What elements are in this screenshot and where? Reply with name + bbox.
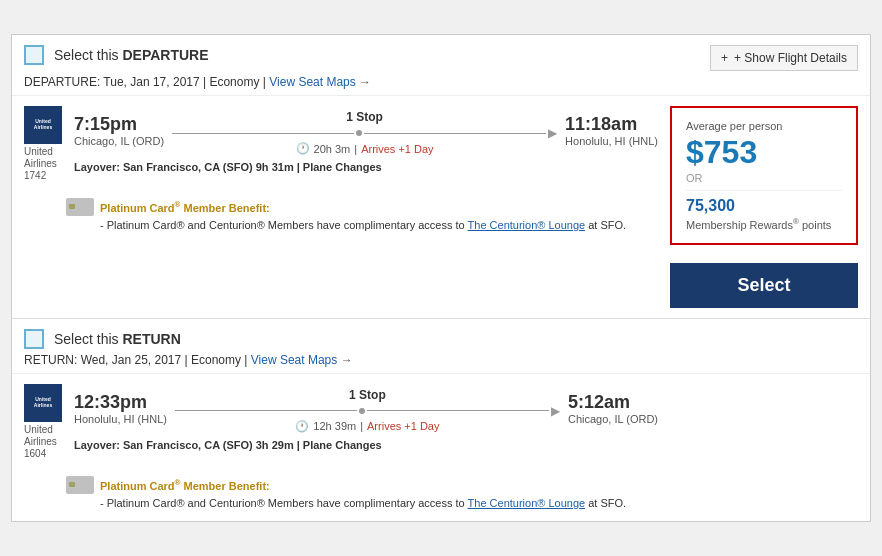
arrow-icon: → [359, 75, 371, 89]
return-flight-line: ▶ [175, 404, 560, 418]
return-title: Select this RETURN [54, 331, 181, 347]
return-benefit-text: - Platinum Card® and Centurion® Members … [100, 497, 658, 509]
depart-time-block: 7:15pm Chicago, IL (ORD) [74, 114, 164, 147]
centurion-lounge-link[interactable]: The Centurion® Lounge [468, 219, 586, 231]
return-platinum-benefit-title: Platinum Card® Member Benefit: [100, 478, 270, 492]
return-section: Select this RETURN RETURN: Wed, Jan 25, … [12, 319, 870, 521]
departure-times-block: 7:15pm Chicago, IL (ORD) 1 Stop ▶ [74, 106, 658, 173]
departure-airline-name: United Airlines 1742 [24, 146, 66, 182]
flight-line-container: 1 Stop ▶ 🕐 20h 3m | [164, 110, 565, 155]
points-label: Membership Rewards® points [686, 217, 842, 231]
return-centurion-lounge-link[interactable]: The Centurion® Lounge [468, 497, 586, 509]
return-airline-logo: United Airlines United Airlines 1604 [24, 384, 66, 460]
platinum-benefit-title: Platinum Card® Member Benefit: [100, 200, 270, 214]
return-flight-times: 12:33pm Honolulu, HI (HNL) 1 Stop ▶ [74, 384, 658, 433]
svg-rect-9 [69, 482, 75, 487]
return-checkbox[interactable] [24, 329, 44, 349]
return-airline-logo-box: United Airlines [24, 384, 62, 422]
return-duration-row: 🕐 12h 39m | Arrives +1 Day [295, 420, 439, 433]
return-depart-time-block: 12:33pm Honolulu, HI (HNL) [74, 392, 167, 425]
return-clock-icon: 🕐 [295, 420, 309, 433]
clock-icon: 🕐 [296, 142, 310, 155]
show-flight-details-button[interactable]: + + Show Flight Details [710, 45, 858, 71]
departure-flight-left: United Airlines United Airlines 1742 [12, 96, 670, 318]
return-platinum-card-icon [66, 476, 94, 494]
points-amount: 75,300 [686, 197, 842, 215]
duration-row: 🕐 20h 3m | Arrives +1 Day [296, 142, 434, 155]
return-flight-left: United Airlines United Airlines 1604 [12, 374, 670, 521]
departure-layover: Layover: San Francisco, CA (SFO) 9h 31m … [74, 161, 658, 173]
return-platinum-card-header: Platinum Card® Member Benefit: [66, 476, 658, 494]
return-arrive-time-block: 5:12am Chicago, IL (ORD) [568, 392, 658, 425]
or-divider: OR [686, 172, 842, 191]
return-info-row: RETURN: Wed, Jan 25, 2017 | Economy | Vi… [12, 349, 870, 374]
return-airline-name: United Airlines 1604 [24, 424, 66, 460]
return-view-seat-maps-link[interactable]: View Seat Maps [251, 353, 338, 367]
price-amount: $753 [686, 136, 842, 168]
platinum-card-icon [66, 198, 94, 216]
departure-view-seat-maps-link[interactable]: View Seat Maps [269, 75, 356, 89]
arrive-time-block: 11:18am Honolulu, HI (HNL) [565, 114, 658, 147]
departure-airline-logo: United Airlines United Airlines 1742 [24, 106, 66, 182]
departure-flight-times: 7:15pm Chicago, IL (ORD) 1 Stop ▶ [74, 106, 658, 155]
return-platinum-benefit: Platinum Card® Member Benefit: - Platinu… [12, 468, 670, 521]
return-right-spacer [670, 374, 870, 521]
return-layover: Layover: San Francisco, CA (SFO) 3h 29m … [74, 439, 658, 451]
plus-icon: + [721, 51, 728, 65]
departure-platinum-benefit: Platinum Card® Member Benefit: - Platinu… [12, 190, 670, 243]
airline-logo-box: United Airlines [24, 106, 62, 144]
svg-text:Airlines: Airlines [34, 124, 53, 130]
departure-price-panel: Average per person $753 OR 75,300 Member… [670, 96, 870, 318]
svg-text:Airlines: Airlines [34, 402, 53, 408]
select-button[interactable]: Select [670, 263, 858, 308]
main-container: Select this DEPARTURE + + Show Flight De… [11, 34, 871, 522]
svg-rect-4 [69, 204, 75, 209]
flight-line: ▶ [172, 126, 557, 140]
departure-info-row: DEPARTURE: Tue, Jan 17, 2017 | Economy |… [12, 71, 870, 96]
departure-body: United Airlines United Airlines 1742 [12, 96, 870, 318]
departure-checkbox[interactable] [24, 45, 44, 65]
return-arrow-icon: → [341, 353, 353, 367]
price-panel-box: Average per person $753 OR 75,300 Member… [670, 106, 858, 245]
platinum-card-header: Platinum Card® Member Benefit: [66, 198, 658, 216]
avg-label: Average per person [686, 120, 842, 132]
return-body: United Airlines United Airlines 1604 [12, 374, 870, 521]
departure-title: Select this DEPARTURE [54, 47, 209, 63]
return-flight-line-container: 1 Stop ▶ 🕐 12h 39m [167, 388, 568, 433]
departure-benefit-text: - Platinum Card® and Centurion® Members … [100, 219, 658, 231]
return-times-block: 12:33pm Honolulu, HI (HNL) 1 Stop ▶ [74, 384, 658, 451]
departure-section: Select this DEPARTURE + + Show Flight De… [12, 35, 870, 319]
